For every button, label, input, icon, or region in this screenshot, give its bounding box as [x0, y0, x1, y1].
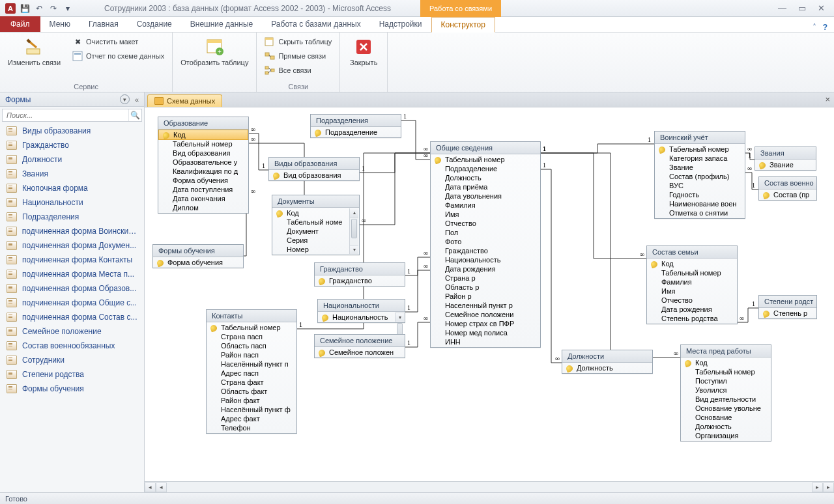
table-military[interactable]: Воинский учётТабельный номерКатегория за… — [654, 131, 745, 219]
help-icon[interactable]: ? — [823, 23, 827, 32]
table-header[interactable]: Национальности — [318, 300, 405, 312]
canvas-scrollbar[interactable]: ◂ ◂ ▸ ▸ — [145, 481, 834, 492]
table-header[interactable]: Формы обучения — [153, 245, 243, 257]
table-field[interactable]: Образовательное у — [158, 158, 248, 167]
table-field[interactable]: Гражданство — [315, 276, 405, 285]
table-field[interactable]: Пол — [431, 228, 540, 237]
hide-table-button[interactable]: Скрыть таблицу — [262, 35, 334, 48]
table-field[interactable]: Степень родства — [647, 314, 737, 323]
table-field[interactable]: Страна пасп — [207, 332, 296, 341]
table-field[interactable]: Организация — [681, 431, 771, 440]
table-field[interactable]: Годность — [655, 190, 745, 199]
tab-external-data[interactable]: Внешние данные — [181, 16, 263, 32]
table-field[interactable]: Дата поступления — [158, 185, 248, 194]
table-field[interactable]: Табельный номер — [681, 367, 771, 376]
table-field[interactable]: Фото — [431, 237, 540, 246]
table-field[interactable]: Страна факт — [207, 378, 296, 387]
nav-item[interactable]: подчиненная форма Контакты — [0, 253, 144, 267]
table-field[interactable]: Фамилия — [431, 201, 540, 210]
table-field[interactable]: Табельный номер — [207, 323, 296, 332]
table-field[interactable]: Дата рождения — [431, 264, 540, 273]
scroll-right-icon[interactable]: ▸ — [812, 483, 823, 492]
table-field[interactable]: Отметка о снятии — [655, 208, 745, 217]
scroll-right-end-icon[interactable]: ▸ — [823, 483, 834, 492]
table-field[interactable]: Национальность — [431, 255, 540, 264]
table-eduforms[interactable]: Формы обученияФорма обучения — [152, 244, 244, 268]
table-citizenship[interactable]: ГражданствоГражданство — [314, 262, 405, 287]
table-ranks[interactable]: ЗванияЗвание — [755, 147, 816, 171]
nav-item[interactable]: Гражданство — [0, 138, 144, 152]
tab-home[interactable]: Главная — [79, 16, 128, 32]
tab-designer[interactable]: Конструктор — [431, 17, 495, 33]
tab-addins[interactable]: Надстройки — [370, 16, 431, 32]
table-field[interactable]: Район р — [431, 292, 540, 301]
table-field[interactable]: Вид деятельности — [681, 395, 771, 404]
table-field[interactable]: Адрес пасп — [207, 369, 296, 378]
nav-item[interactable]: Формы обучения — [0, 382, 144, 396]
scroll-left-icon[interactable]: ◂ — [156, 483, 167, 492]
nav-item[interactable]: Национальности — [0, 195, 144, 210]
scroll-left-start-icon[interactable]: ◂ — [145, 483, 156, 492]
restore-button[interactable]: ▭ — [798, 3, 806, 13]
tab-file[interactable]: Файл — [0, 16, 40, 32]
table-contacts[interactable]: КонтактыТабельный номерСтрана паспОбласт… — [206, 309, 297, 434]
table-field[interactable]: Степень р — [759, 309, 816, 318]
table-field[interactable]: Категория запаса — [655, 154, 745, 163]
table-header[interactable]: Места пред работы — [681, 345, 771, 357]
table-positions[interactable]: ДолжностиДолжность — [562, 350, 653, 374]
table-field[interactable]: Область факт — [207, 387, 296, 396]
table-field[interactable]: Фамилия — [647, 277, 737, 287]
qat-redo-icon[interactable]: ↷ — [48, 3, 59, 14]
nav-item[interactable]: подчиненная форма Места п... — [0, 267, 144, 281]
table-header[interactable]: Общие сведения — [431, 142, 540, 154]
table-field[interactable]: Код — [681, 358, 771, 367]
tab-create[interactable]: Создание — [128, 16, 181, 32]
table-field[interactable]: Код — [158, 130, 248, 140]
table-scrollbar[interactable]: ▴▾ — [349, 208, 358, 254]
table-field[interactable]: Табельный номер — [431, 155, 540, 164]
table-header[interactable]: Степени родст — [759, 296, 816, 308]
table-field[interactable]: Номер страх св ПФР — [431, 319, 540, 328]
nav-item[interactable]: подчиненная форма Воинский... — [0, 224, 144, 238]
ribbon-minimize-icon[interactable]: ˄ — [812, 23, 816, 32]
table-field[interactable]: Населённый пункт п — [207, 359, 296, 369]
table-field[interactable]: Табельный номер — [655, 145, 745, 154]
table-field[interactable]: ИНН — [431, 337, 540, 346]
table-field[interactable]: Форма обучения — [153, 258, 243, 267]
table-field[interactable]: Диплом — [158, 203, 248, 212]
table-field[interactable]: Населённый пункт ф — [207, 405, 296, 414]
direct-links-button[interactable]: Прямые связи — [262, 49, 334, 63]
tab-menu[interactable]: Меню — [40, 16, 79, 32]
table-field[interactable]: Состав (пр — [759, 190, 816, 199]
table-field[interactable]: Район пасп — [207, 350, 296, 359]
nav-item[interactable]: подчиненная форма Состав с... — [0, 310, 144, 324]
document-tab-schema[interactable]: Схема данных — [147, 94, 222, 107]
table-general[interactable]: Общие сведенияТабельный номерПодразделен… — [430, 141, 541, 348]
table-field[interactable]: Форма обучения — [158, 176, 248, 185]
table-documents[interactable]: ДокументыКодТабельный номеДокументСерияН… — [272, 195, 360, 255]
table-field[interactable]: Номер мед полиса — [431, 328, 540, 337]
table-field[interactable]: Отчество — [647, 296, 737, 305]
table-kinship[interactable]: Степени родстСтепень р — [758, 295, 817, 319]
clear-layout-button[interactable]: ✖ Очистить макет — [70, 35, 167, 48]
table-field[interactable]: Район факт — [207, 396, 296, 405]
table-field[interactable]: Подразделение — [311, 128, 401, 137]
table-field[interactable]: Звание — [655, 163, 745, 172]
table-header[interactable]: Гражданство — [315, 263, 405, 275]
table-field[interactable]: Звание — [755, 160, 816, 169]
table-field[interactable]: Вид образования — [269, 171, 359, 180]
table-field[interactable]: Страна р — [431, 273, 540, 283]
table-field[interactable]: Область пасп — [207, 341, 296, 350]
table-prevwork[interactable]: Места пред работыКодТабельный номерПосту… — [680, 344, 771, 441]
nav-item[interactable]: Подразделения — [0, 210, 144, 224]
table-family[interactable]: Состав семьиКодТабельный номерФамилияИмя… — [646, 245, 738, 324]
close-button[interactable]: ✕ — [818, 3, 825, 13]
table-field[interactable]: Адрес факт — [207, 414, 296, 423]
table-field[interactable]: Поступил — [681, 376, 771, 385]
table-field[interactable]: Код — [647, 259, 737, 268]
table-field[interactable]: Населенный пункт р — [431, 301, 540, 310]
table-field[interactable]: Состав (профиль) — [655, 172, 745, 181]
table-field[interactable]: Табельный номер — [158, 139, 248, 148]
table-field[interactable]: Телефон — [207, 423, 296, 432]
table-header[interactable]: Семейное положение — [315, 335, 405, 347]
